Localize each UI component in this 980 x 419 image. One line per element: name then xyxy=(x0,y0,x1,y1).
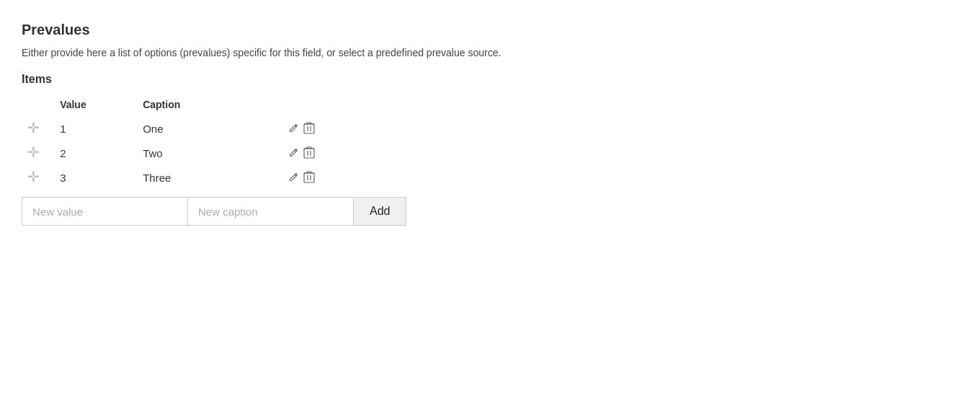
col-header-actions xyxy=(280,96,353,116)
drag-handle[interactable]: ✛ xyxy=(22,141,53,165)
row-actions xyxy=(280,116,353,141)
delete-icon[interactable] xyxy=(303,121,315,136)
table-row: ✛2Two xyxy=(22,141,353,165)
delete-icon[interactable] xyxy=(303,146,315,161)
row-actions xyxy=(280,141,353,165)
drag-handle[interactable]: ✛ xyxy=(22,165,53,190)
col-header-value: Value xyxy=(53,96,135,116)
page-title: Prevalues xyxy=(22,22,958,38)
col-header-drag xyxy=(22,96,53,116)
delete-icon[interactable] xyxy=(303,170,315,185)
row-value: 2 xyxy=(53,141,135,165)
edit-icon[interactable] xyxy=(288,147,299,161)
col-header-caption: Caption xyxy=(135,96,280,116)
new-value-input[interactable] xyxy=(22,198,188,225)
table-row: ✛1One xyxy=(22,116,353,141)
drag-handle[interactable]: ✛ xyxy=(22,116,53,141)
row-caption: One xyxy=(135,116,280,141)
items-section-title: Items xyxy=(22,73,958,86)
row-value: 1 xyxy=(53,116,135,141)
add-item-row: Add xyxy=(22,197,406,226)
new-caption-input[interactable] xyxy=(188,198,354,225)
svg-rect-2 xyxy=(304,173,314,182)
edit-icon[interactable] xyxy=(288,172,299,185)
row-value: 3 xyxy=(53,165,135,190)
row-actions xyxy=(280,165,353,190)
add-button[interactable]: Add xyxy=(354,198,406,225)
svg-rect-0 xyxy=(304,124,314,133)
edit-icon[interactable] xyxy=(288,123,299,136)
row-caption: Two xyxy=(135,141,280,165)
page-description: Either provide here a list of options (p… xyxy=(22,47,958,58)
table-row: ✛3Three xyxy=(22,165,353,190)
svg-rect-1 xyxy=(304,149,314,158)
items-table: Value Caption ✛1One ✛2Two ✛3Three xyxy=(22,96,353,190)
row-caption: Three xyxy=(135,165,280,190)
